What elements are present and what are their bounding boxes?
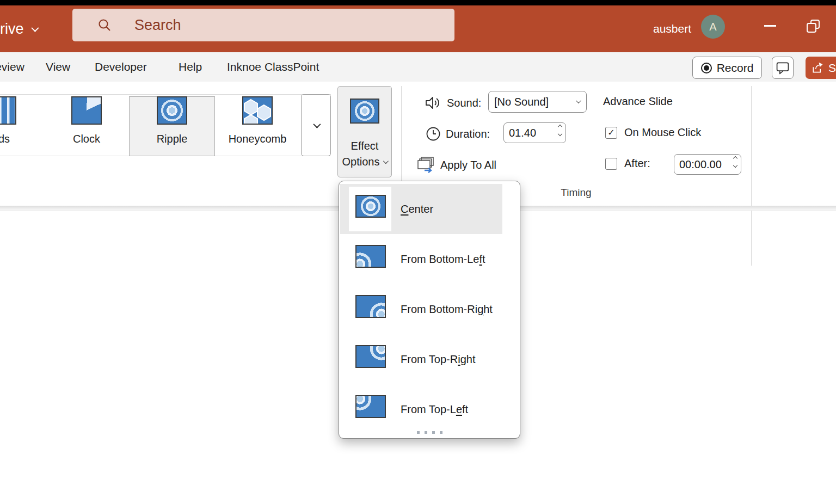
sound-row: Sound:	[425, 95, 481, 110]
top-black-strip	[0, 0, 836, 5]
group-separator	[751, 86, 752, 266]
ripple-bottom-right-icon	[355, 295, 386, 318]
spin-up-icon[interactable]	[558, 125, 562, 129]
tab-help[interactable]: Help	[179, 52, 202, 82]
duration-spinner[interactable]: 01.40	[503, 122, 566, 143]
minimize-button[interactable]	[764, 25, 776, 27]
sound-label: Sound:	[447, 97, 481, 109]
drive-menu[interactable]: rive	[0, 5, 37, 52]
chevron-down-icon	[383, 158, 389, 164]
chevron-down-icon	[31, 24, 39, 32]
comment-icon	[776, 61, 790, 75]
speaker-icon	[425, 95, 442, 110]
advance-slide-title: Advance Slide	[603, 95, 673, 108]
spin-down-icon[interactable]	[558, 132, 562, 136]
user-name: ausbert	[653, 22, 691, 35]
drive-menu-label: rive	[0, 21, 24, 38]
ripple-bottom-left-icon	[355, 245, 386, 268]
after-option[interactable]: After:	[605, 157, 650, 170]
blinds-transition-icon	[0, 96, 16, 125]
comments-button[interactable]	[772, 57, 794, 79]
record-icon	[701, 63, 712, 73]
after-time-spinner[interactable]: 00:00.00	[674, 154, 741, 175]
clock-icon	[426, 126, 441, 142]
apply-to-all-button[interactable]: Apply To All	[417, 156, 496, 174]
ripple-transition-icon	[157, 96, 187, 125]
title-bar: rive Search ausbert A	[0, 5, 836, 52]
clock-transition-icon	[71, 96, 102, 125]
honeycomb-transition-icon	[242, 96, 273, 125]
tab-inknoe-classpoint[interactable]: Inknoe ClassPoint	[227, 52, 319, 82]
sound-dropdown[interactable]: [No Sound]	[488, 91, 587, 113]
effect-options-button[interactable]: Effect Options	[337, 86, 392, 177]
avatar[interactable]: A	[701, 15, 725, 39]
transition-honeycomb[interactable]: Honeycomb	[214, 96, 300, 145]
apply-to-all-icon	[417, 156, 435, 174]
effect-options-ripple-icon	[350, 99, 379, 124]
transition-blinds[interactable]: nds	[0, 96, 44, 145]
spin-up-icon[interactable]	[733, 156, 737, 161]
menu-item-from-bottom-left[interactable]: From Bottom-Left	[340, 234, 502, 284]
check-icon: ✓	[607, 127, 614, 138]
gallery-more-button[interactable]	[301, 94, 331, 156]
ripple-top-left-icon	[355, 395, 386, 418]
transition-clock[interactable]: Clock	[44, 96, 130, 145]
search-icon	[97, 18, 112, 32]
share-button[interactable]: Sh	[806, 57, 836, 79]
spin-down-icon[interactable]	[733, 163, 737, 168]
on-mouse-click-option[interactable]: ✓ On Mouse Click	[605, 126, 701, 139]
menu-item-from-top-right[interactable]: From Top-Right	[340, 334, 502, 384]
search-placeholder: Search	[134, 17, 181, 34]
tab-developer[interactable]: Developer	[95, 52, 147, 82]
chevron-down-icon	[313, 121, 321, 128]
ripple-center-icon	[355, 195, 386, 218]
menu-item-center[interactable]: Center	[340, 184, 502, 234]
record-button[interactable]: Record	[692, 57, 762, 79]
tab-review[interactable]: Review	[0, 52, 24, 82]
transition-ripple-selected[interactable]: Ripple	[129, 96, 215, 145]
search-input[interactable]: Search	[72, 9, 454, 41]
menu-item-from-top-left[interactable]: From Top-Left	[340, 384, 502, 434]
duration-label: Duration:	[446, 128, 490, 140]
chevron-down-icon	[576, 98, 581, 103]
ripple-top-right-icon	[355, 345, 386, 368]
effect-options-menu: Center From Bottom-Left From Bottom-Righ…	[339, 181, 520, 439]
menu-resize-grip[interactable]	[339, 431, 520, 434]
duration-row: Duration:	[426, 126, 490, 142]
share-icon	[811, 62, 824, 75]
restore-window-button[interactable]	[807, 20, 821, 34]
tab-view[interactable]: View	[46, 52, 70, 82]
powerpoint-window: rive Search ausbert A Review View Develo…	[0, 0, 836, 504]
menu-item-from-bottom-right[interactable]: From Bottom-Right	[340, 284, 502, 334]
ribbon-tab-bar: Review View Developer Help Inknoe ClassP…	[0, 52, 836, 82]
after-checkbox[interactable]	[605, 158, 617, 170]
on-mouse-click-checkbox[interactable]: ✓	[605, 127, 617, 139]
